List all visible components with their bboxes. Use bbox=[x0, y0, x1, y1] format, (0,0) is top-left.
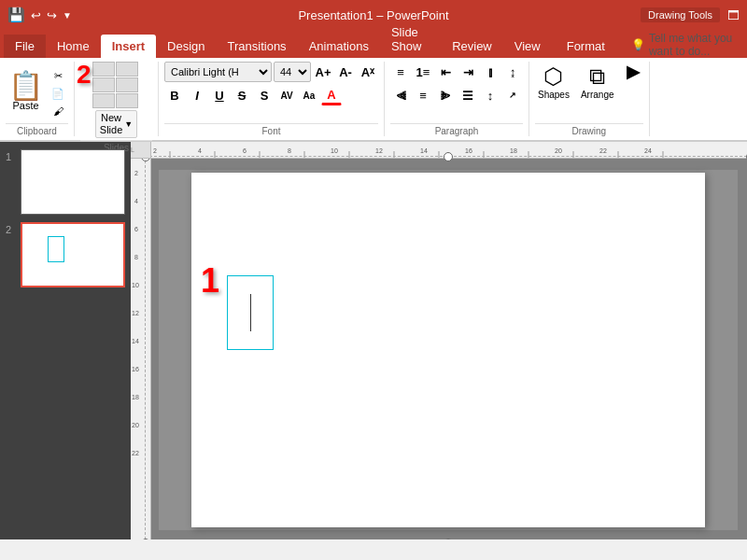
svg-text:4: 4 bbox=[134, 198, 138, 204]
shapes-button[interactable]: ⬡ Shapes bbox=[535, 62, 572, 102]
copy-button[interactable]: 📄 bbox=[49, 86, 67, 102]
tab-view[interactable]: View bbox=[503, 35, 552, 58]
svg-text:12: 12 bbox=[132, 310, 139, 316]
tab-review[interactable]: Review bbox=[441, 35, 503, 58]
slide-canvas[interactable]: 1 bbox=[159, 170, 738, 530]
canvas-area[interactable]: L 2 4 6 8 10 12 14 16 18 bbox=[131, 142, 747, 539]
slide-thumb-wrapper-1: 1 bbox=[6, 149, 125, 215]
new-slide-button[interactable]: New Slide ▼ bbox=[95, 110, 137, 138]
svg-text:2: 2 bbox=[134, 170, 138, 176]
slide-thumb-1[interactable] bbox=[21, 149, 125, 215]
lightbulb-icon: 💡 bbox=[631, 38, 645, 51]
layout-icons bbox=[92, 62, 141, 108]
spacing-button[interactable]: AV bbox=[276, 85, 297, 105]
window-icon[interactable]: 🗖 bbox=[727, 8, 740, 22]
title-bar-left: 💾 ↩ ↪ ▼ bbox=[7, 7, 72, 23]
svg-text:10: 10 bbox=[132, 282, 139, 288]
tab-format[interactable]: Format bbox=[556, 35, 616, 58]
decrease-indent-button[interactable]: ⇤ bbox=[435, 62, 456, 82]
font-row1: Calibri Light (H 44 A+ A- Aᵡ bbox=[164, 62, 378, 82]
font-color-button[interactable]: A bbox=[321, 85, 342, 105]
dir-button[interactable]: ↨ bbox=[502, 62, 523, 82]
svg-text:10: 10 bbox=[331, 147, 338, 154]
handle-bc[interactable] bbox=[444, 539, 453, 539]
font-shrink-button[interactable]: A- bbox=[335, 62, 356, 82]
tab-animations[interactable]: Animations bbox=[298, 35, 380, 58]
increase-indent-button[interactable]: ⇥ bbox=[458, 62, 478, 82]
tab-design[interactable]: Design bbox=[156, 35, 216, 58]
tab-slideshow[interactable]: Slide Show bbox=[380, 21, 441, 58]
paragraph-label: Paragraph bbox=[390, 123, 523, 136]
slide-num-1: 1 bbox=[6, 149, 17, 162]
clipboard-label: Clipboard bbox=[6, 123, 68, 136]
slide-thumb-wrapper-2: 2 bbox=[6, 222, 125, 287]
svg-text:16: 16 bbox=[465, 147, 472, 154]
tell-me-label: Tell me what you want to do... bbox=[649, 32, 736, 58]
align-left-button[interactable]: ⫷ bbox=[390, 85, 411, 105]
arrange-icon: ⧉ bbox=[589, 63, 605, 90]
char-spacing-button[interactable]: Aa bbox=[299, 85, 319, 105]
justify-button[interactable]: ☰ bbox=[458, 85, 478, 105]
tab-file[interactable]: File bbox=[4, 35, 46, 58]
app-title: Presentation1 – PowerPoint bbox=[298, 8, 448, 22]
svg-text:18: 18 bbox=[132, 394, 139, 400]
font-grow-button[interactable]: A+ bbox=[313, 62, 333, 82]
more-icon[interactable]: ▼ bbox=[63, 10, 72, 21]
para-dialog-button[interactable]: ↗ bbox=[502, 85, 523, 105]
thumb-textbox bbox=[48, 236, 64, 262]
col-button[interactable]: ⫿ bbox=[480, 62, 500, 82]
ruler-horizontal: 2 4 6 8 10 12 14 16 18 20 22 bbox=[151, 142, 747, 159]
italic-button[interactable]: I bbox=[187, 85, 207, 105]
slide-panel: 1 2 bbox=[0, 142, 131, 539]
shapes-label: Shapes bbox=[538, 90, 570, 100]
annotation-1: 1 bbox=[201, 261, 219, 301]
save-icon[interactable]: 💾 bbox=[7, 7, 25, 23]
new-slide-dropdown-icon[interactable]: ▼ bbox=[124, 119, 133, 129]
line-spacing-button[interactable]: ↕ bbox=[480, 85, 500, 105]
paste-icon: 📋 bbox=[8, 72, 43, 100]
redo-icon[interactable]: ↪ bbox=[47, 8, 57, 22]
svg-text:16: 16 bbox=[132, 366, 139, 372]
text-cursor bbox=[250, 294, 251, 331]
arrange-label: Arrange bbox=[581, 90, 614, 100]
svg-text:12: 12 bbox=[375, 147, 383, 154]
shadow-button[interactable]: S bbox=[254, 85, 275, 105]
svg-text:6: 6 bbox=[243, 147, 247, 154]
slides-group: New Slide ▼ 2 Slides bbox=[75, 62, 159, 136]
text-box[interactable] bbox=[227, 275, 274, 350]
svg-text:20: 20 bbox=[555, 147, 562, 154]
drawing-more-button[interactable]: ▶ bbox=[623, 62, 643, 82]
drawing-group: ⬡ Shapes ⧉ Arrange ▶ Drawing bbox=[529, 62, 650, 136]
bullet-list-button[interactable]: ≡ bbox=[390, 62, 411, 82]
arrange-button[interactable]: ⧉ Arrange bbox=[578, 62, 617, 102]
new-slide-label: New Slide bbox=[100, 112, 122, 136]
font-size-select[interactable]: 44 bbox=[274, 62, 311, 82]
tab-insert[interactable]: Insert bbox=[101, 35, 156, 58]
bold-button[interactable]: B bbox=[164, 85, 185, 105]
slide-content[interactable]: 1 bbox=[191, 173, 705, 527]
tab-transitions[interactable]: Transitions bbox=[217, 35, 298, 58]
para-row2: ⫷ ≡ ⫸ ☰ ↕ ↗ bbox=[390, 85, 523, 105]
align-center-button[interactable]: ≡ bbox=[413, 85, 433, 105]
cut-button[interactable]: ✂ bbox=[49, 68, 67, 84]
tab-home[interactable]: Home bbox=[46, 35, 101, 58]
paste-button[interactable]: 📋 Paste bbox=[6, 70, 46, 113]
slide-thumb-2[interactable] bbox=[21, 222, 125, 287]
strikethrough-button[interactable]: S bbox=[232, 85, 252, 105]
svg-text:14: 14 bbox=[132, 338, 139, 344]
title-bar-right: Drawing Tools 🗖 bbox=[641, 7, 740, 22]
undo-icon[interactable]: ↩ bbox=[31, 8, 41, 22]
tell-me[interactable]: 💡 Tell me what you want to do... bbox=[624, 32, 743, 58]
slide-2-content bbox=[22, 224, 123, 286]
font-name-select[interactable]: Calibri Light (H bbox=[164, 62, 272, 82]
clipboard-group: 📋 Paste ✂ 📄 🖌 Clipboard bbox=[0, 62, 75, 136]
font-clear-button[interactable]: Aᵡ bbox=[358, 62, 378, 82]
format-painter-button[interactable]: 🖌 bbox=[49, 104, 67, 119]
ruler-corner: L bbox=[131, 142, 151, 159]
underline-button[interactable]: U bbox=[209, 85, 230, 105]
paste-label: Paste bbox=[12, 100, 38, 111]
svg-text:22: 22 bbox=[132, 450, 139, 456]
align-right-button[interactable]: ⫸ bbox=[435, 85, 456, 105]
numbered-list-button[interactable]: 1≡ bbox=[413, 62, 433, 82]
ruler-v-svg: 2 4 6 8 10 12 14 16 18 20 22 bbox=[131, 159, 151, 539]
